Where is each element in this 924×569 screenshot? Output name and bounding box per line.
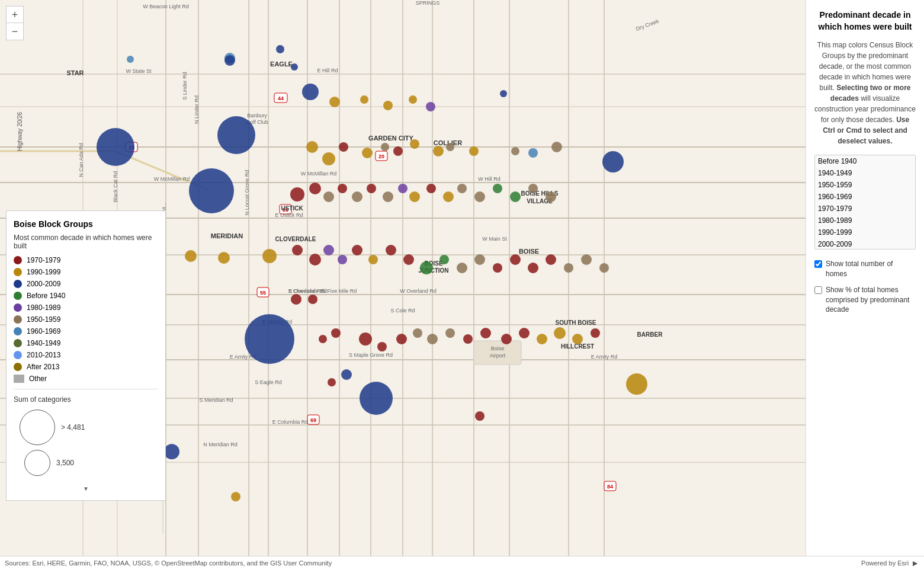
map-dot[interactable] xyxy=(302,84,319,100)
map-dot[interactable] xyxy=(331,328,341,338)
map-dot[interactable] xyxy=(338,255,347,264)
map-dot[interactable] xyxy=(360,382,393,415)
map-dot[interactable] xyxy=(262,249,277,263)
map-dot[interactable] xyxy=(463,334,473,344)
map-dot[interactable] xyxy=(368,255,378,264)
decade-option[interactable]: Before 1940 xyxy=(815,155,915,167)
decade-option[interactable]: 1990-1999 xyxy=(815,226,915,238)
map-dot[interactable] xyxy=(231,492,240,501)
map-dot[interactable] xyxy=(381,143,389,151)
map-dot[interactable] xyxy=(217,116,255,154)
map-dot[interactable] xyxy=(309,254,321,266)
map-dot[interactable] xyxy=(224,55,235,66)
decade-option[interactable]: 1980-1989 xyxy=(815,215,915,226)
map-dot[interactable] xyxy=(528,148,538,158)
map-dot[interactable] xyxy=(386,245,396,255)
show-total-checkbox[interactable] xyxy=(814,260,822,268)
map-dot[interactable] xyxy=(572,334,583,344)
show-percent-checkbox[interactable] xyxy=(814,286,822,294)
map-dot[interactable] xyxy=(291,63,298,71)
map-dot[interactable] xyxy=(290,187,304,202)
map-dot[interactable] xyxy=(383,101,393,110)
map-dot[interactable] xyxy=(511,147,519,155)
map-dot[interactable] xyxy=(329,97,340,107)
map-dot[interactable] xyxy=(323,191,334,202)
map-dot[interactable] xyxy=(189,168,234,213)
map-dot[interactable] xyxy=(602,151,624,172)
zoom-in-button[interactable]: + xyxy=(7,7,23,23)
map-dot[interactable] xyxy=(420,261,433,274)
map-dot[interactable] xyxy=(554,327,566,339)
map-dot[interactable] xyxy=(319,335,327,343)
map-dot[interactable] xyxy=(292,245,303,255)
map-dot[interactable] xyxy=(323,245,334,255)
decade-option[interactable]: 1960-1969 xyxy=(815,191,915,203)
map-dot[interactable] xyxy=(537,334,547,344)
decade-option[interactable]: 1940-1949 xyxy=(815,167,915,179)
map-dot[interactable] xyxy=(510,254,521,265)
decade-option[interactable]: 1970-1979 xyxy=(815,203,915,215)
map-dot[interactable] xyxy=(352,245,362,255)
map-dot[interactable] xyxy=(510,191,521,202)
map-dot[interactable] xyxy=(446,143,454,151)
map-dot[interactable] xyxy=(469,146,479,156)
map-dot[interactable] xyxy=(474,191,485,202)
map-dot[interactable] xyxy=(377,342,387,351)
map-dot[interactable] xyxy=(546,191,556,202)
map-dot[interactable] xyxy=(185,250,197,262)
map-dot[interactable] xyxy=(341,369,352,380)
map-dot[interactable] xyxy=(322,152,335,165)
map-dot[interactable] xyxy=(546,254,556,265)
map-dot[interactable] xyxy=(426,184,436,193)
map-dot[interactable] xyxy=(493,263,502,273)
map-dot[interactable] xyxy=(519,328,530,338)
map-dot[interactable] xyxy=(457,263,467,273)
map-dot[interactable] xyxy=(528,184,538,193)
map-dot[interactable] xyxy=(309,183,321,194)
decade-option[interactable]: 2000-2009 xyxy=(815,238,915,250)
map-dot[interactable] xyxy=(291,294,301,305)
map-dot[interactable] xyxy=(339,142,348,152)
map-dot[interactable] xyxy=(564,263,573,273)
map-dot[interactable] xyxy=(599,263,609,273)
map-dot[interactable] xyxy=(439,255,449,264)
map-dot[interactable] xyxy=(426,102,435,111)
map-dot[interactable] xyxy=(409,95,417,104)
map-dot[interactable] xyxy=(396,334,407,344)
map-dot[interactable] xyxy=(443,191,454,202)
map-dot[interactable] xyxy=(409,191,420,202)
map-dot[interactable] xyxy=(457,184,467,193)
map-dot[interactable] xyxy=(218,252,230,264)
zoom-out-button[interactable]: − xyxy=(7,23,23,40)
esri-arrow[interactable]: ► xyxy=(911,558,919,568)
map-dot[interactable] xyxy=(433,146,444,156)
map-dot[interactable] xyxy=(360,95,368,104)
map-dot[interactable] xyxy=(413,328,422,338)
map-dot[interactable] xyxy=(591,328,600,338)
map-dot[interactable] xyxy=(493,184,502,193)
decade-select[interactable]: Before 19401940-19491950-19591960-196919… xyxy=(814,155,916,250)
map-dot[interactable] xyxy=(164,444,179,459)
map-dot[interactable] xyxy=(398,184,408,193)
map-dot[interactable] xyxy=(528,263,538,273)
map-dot[interactable] xyxy=(359,333,372,346)
map-dot[interactable] xyxy=(427,334,438,344)
map-dot[interactable] xyxy=(97,128,134,166)
map-dot[interactable] xyxy=(383,191,393,202)
map-dot[interactable] xyxy=(245,314,294,364)
map-dot[interactable] xyxy=(480,328,491,338)
map-dot[interactable] xyxy=(551,142,562,152)
map-dot[interactable] xyxy=(362,148,373,158)
map-dot[interactable] xyxy=(393,146,403,156)
map-dot[interactable] xyxy=(276,45,284,53)
map-dot[interactable] xyxy=(500,90,507,97)
map-dot[interactable] xyxy=(328,378,336,386)
map-dot[interactable] xyxy=(501,334,512,344)
map-dot[interactable] xyxy=(306,141,318,153)
map-dot[interactable] xyxy=(581,254,592,265)
map-dot[interactable] xyxy=(445,328,455,338)
map-dot[interactable] xyxy=(127,56,134,63)
map-dot[interactable] xyxy=(410,139,419,149)
map-dot[interactable] xyxy=(308,295,317,304)
map-dot[interactable] xyxy=(475,411,485,421)
